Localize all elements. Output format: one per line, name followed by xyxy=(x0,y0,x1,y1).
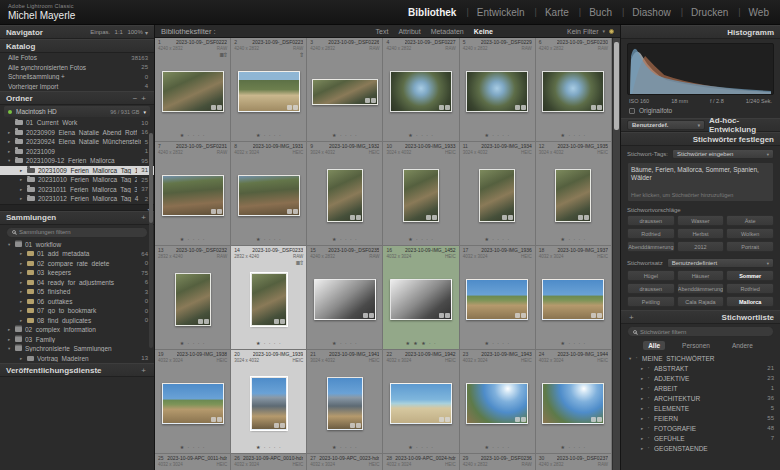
folder-item[interactable]: ▾ 20231009-12_Ferien_Mallorca 95 xyxy=(0,156,154,166)
folder-item[interactable]: ▸ 20231010_Ferien_Mallorca_Tag_2 25 xyxy=(0,175,154,185)
keyword-search[interactable] xyxy=(627,326,774,337)
grid-photo-cell[interactable]: 3 2023-10-09-_DSF0226 4240 x 2832 RAW xyxy=(307,38,383,142)
star-rating[interactable]: ★ · · · · xyxy=(155,443,230,451)
disclosure-triangle-icon[interactable]: ▸ xyxy=(641,366,648,371)
grid-photo-cell[interactable]: 29 2023-10-09-_DSF0236 4240 x 2832 RAW xyxy=(460,454,536,470)
grid-photo-cell[interactable]: 1 2023-10-09-_DSF0222 4240 x 2832 RAW ≣⇧ xyxy=(155,38,231,142)
crop-badge-icon[interactable] xyxy=(356,423,361,428)
disclosure-triangle-icon[interactable]: ▸ xyxy=(641,416,648,421)
photo-thumbnail[interactable] xyxy=(542,383,604,424)
grid-photo-cell[interactable]: 17 2023-10-09-IMG_1936 4032 x 3024 HEIC xyxy=(460,246,536,350)
thumbnail-badge-icons[interactable] xyxy=(287,209,298,214)
filter-tab[interactable]: Attribut xyxy=(398,28,420,35)
keyword-list-item[interactable]: ▸ ▪ ARCHITEKTUR 36 xyxy=(621,393,780,403)
katalog-item[interactable]: Alle Fotos 38163 xyxy=(0,53,154,63)
photo-thumbnail[interactable] xyxy=(555,169,591,222)
keyword-list-item[interactable]: ▸ ▪ ABSTRAKT 21 xyxy=(621,363,780,373)
keyword-list-item[interactable]: ▸ ▪ FOTOGRAFIE 48 xyxy=(621,423,780,433)
folders-scrollbar[interactable]: ◀ xyxy=(0,204,154,211)
grid-photo-cell[interactable]: 20 2023-10-09-IMG_1939 3024 x 4032 HEIC xyxy=(231,350,307,454)
zoom-100-option[interactable]: 100% xyxy=(127,29,142,35)
thumbnail-badge-icons[interactable] xyxy=(287,105,298,110)
keyword-set-button[interactable]: Peitling xyxy=(627,296,675,307)
collection-item[interactable]: ▾ Synchronisierte_Sammlungen xyxy=(0,344,154,354)
star-rating[interactable]: ★ · · · · xyxy=(383,131,458,139)
crop-badge-icon[interactable] xyxy=(508,215,513,220)
keyword-badge-icon[interactable] xyxy=(198,319,203,324)
thumbnail-badge-icons[interactable] xyxy=(211,105,222,110)
crop-badge-icon[interactable] xyxy=(432,215,437,220)
disclosure-triangle-icon[interactable]: ▾ xyxy=(8,242,15,247)
keyword-badge-icon[interactable] xyxy=(426,215,431,220)
keyword-badge-icon[interactable] xyxy=(591,313,596,318)
quick-develop-preset-select[interactable]: Benutzerdef. ▾ xyxy=(627,120,705,130)
thumbnail-area[interactable] xyxy=(231,52,306,131)
grid-photo-cell[interactable]: 7 2023-10-09-_DSF0231 4240 x 2832 RAW xyxy=(155,142,231,246)
histogram-header[interactable]: Histogramm xyxy=(621,25,780,39)
photo-thumbnail[interactable] xyxy=(162,383,224,424)
folder-item[interactable]: ▸ 20230924_Elena_Natalie_Münchenstein 5 xyxy=(0,137,154,147)
module-tab[interactable]: Web xyxy=(729,7,770,18)
grid-photo-cell[interactable]: 30 2023-10-09-_DSF0237 4240 x 2832 RAW xyxy=(536,454,612,470)
collection-item[interactable]: ▸ 08_find_duplicates 0 xyxy=(0,316,154,326)
collection-item[interactable]: ▸ 03_keepers 75 xyxy=(0,268,154,278)
folder-item[interactable]: ▸ 20231009 1 xyxy=(0,147,154,157)
star-rating[interactable]: ★ · · · · xyxy=(307,339,382,347)
thumbnail-badge-icons[interactable] xyxy=(515,105,526,110)
thumbnail-area[interactable] xyxy=(460,364,535,443)
photo-thumbnail[interactable] xyxy=(390,279,452,320)
keywording-header[interactable]: Stichwörter festlegen xyxy=(621,132,780,146)
sammlungen-header[interactable]: Sammlungen + xyxy=(0,211,154,225)
disclosure-triangle-icon[interactable]: ▸ xyxy=(8,139,15,144)
keyword-badge-icon[interactable] xyxy=(274,423,279,428)
filter-preset[interactable]: Kein Filter ▾ xyxy=(567,28,614,35)
keyword-suggestion-button[interactable]: Herbst xyxy=(677,228,725,239)
thumbnail-area[interactable] xyxy=(460,156,535,235)
grid-photo-cell[interactable]: 22 2023-10-09-IMG_1942 4032 x 3024 HEIC xyxy=(383,350,459,454)
keyword-suggestion-button[interactable]: 2012 xyxy=(677,241,725,252)
grid-photo-cell[interactable]: 9 2023-10-09-IMG_1932 3024 x 4032 HEIC xyxy=(307,142,383,246)
keyword-badge-icon[interactable] xyxy=(578,215,583,220)
star-rating[interactable]: ★ · · · · xyxy=(460,339,535,347)
crop-badge-icon[interactable] xyxy=(597,417,602,422)
collection-item[interactable]: ▸ 02_complex_information xyxy=(0,325,154,335)
keyword-set-select[interactable]: Benutzerdefiniert ▾ xyxy=(667,258,774,268)
keyword-list-item[interactable]: ▸ ▪ GEGENSTAENDE xyxy=(621,443,780,453)
grid-photo-cell[interactable]: 18 2023-10-09-IMG_1937 4032 x 3024 HEIC xyxy=(536,246,612,350)
star-rating[interactable]: ★ · · · · xyxy=(155,131,230,139)
grid-photo-cell[interactable]: 28 2023-10-09-APC_0024-hdr 4032 x 3024 H… xyxy=(383,454,459,470)
keyword-suggestion-button[interactable]: Äste xyxy=(726,215,774,226)
thumbnail-badge-icons[interactable] xyxy=(365,98,376,103)
grid-photo-cell[interactable]: 8 2023-10-09-IMG_1931 4032 x 3024 HEIC xyxy=(231,142,307,246)
thumbnail-badge-icons[interactable] xyxy=(591,313,602,318)
grid-photo-cell[interactable]: 24 2023-10-09-IMG_1944 4032 x 3024 HEIC xyxy=(536,350,612,454)
grid-photo-cell[interactable]: 15 2023-10-09-_DSF0235 4240 x 2832 RAW xyxy=(307,246,383,350)
keyword-badge-icon[interactable] xyxy=(287,209,292,214)
photo-thumbnail[interactable] xyxy=(162,175,224,216)
crop-badge-icon[interactable] xyxy=(597,105,602,110)
module-tab[interactable]: Drucken xyxy=(672,7,730,18)
keyword-badge-icon[interactable] xyxy=(591,105,596,110)
keyword-set-button[interactable]: Rotfried xyxy=(726,283,774,294)
keyword-badge-icon[interactable] xyxy=(211,105,216,110)
thumbnail-area[interactable] xyxy=(383,52,458,131)
module-tab[interactable]: Entwickeln xyxy=(457,7,525,18)
keyword-list-item[interactable]: ▸ ▪ FEIERN 55 xyxy=(621,413,780,423)
disclosure-triangle-icon[interactable]: ▸ xyxy=(641,386,648,391)
star-rating[interactable]: ★ · · · · xyxy=(231,131,306,139)
crop-badge-icon[interactable] xyxy=(293,105,298,110)
folder-item[interactable]: ▸ 20230909_Elena_Natalie_Abend_Rotfried … xyxy=(0,128,154,138)
volume-caret-icon[interactable]: ▾ xyxy=(143,109,146,115)
add-keyword-button[interactable]: + xyxy=(627,313,636,322)
crop-badge-icon[interactable] xyxy=(280,319,285,324)
publish-header[interactable]: Veröffentlichungsdienste + xyxy=(0,363,154,377)
crop-badge-icon[interactable] xyxy=(445,417,450,422)
keyword-badge-icon[interactable] xyxy=(287,105,292,110)
crop-badge-icon[interactable] xyxy=(217,417,222,422)
grid-photo-cell[interactable]: 12 2023-10-09-IMG_1935 3024 x 4032 HEIC xyxy=(536,142,612,246)
keyword-set-button[interactable]: Mallorca xyxy=(726,296,774,307)
thumbnail-area[interactable] xyxy=(231,260,306,339)
keyword-list-item[interactable]: ▸ ▪ ADJEKTIVE 23 xyxy=(621,373,780,383)
crop-badge-icon[interactable] xyxy=(445,105,450,110)
star-rating[interactable]: ★ · · · · xyxy=(307,235,382,243)
